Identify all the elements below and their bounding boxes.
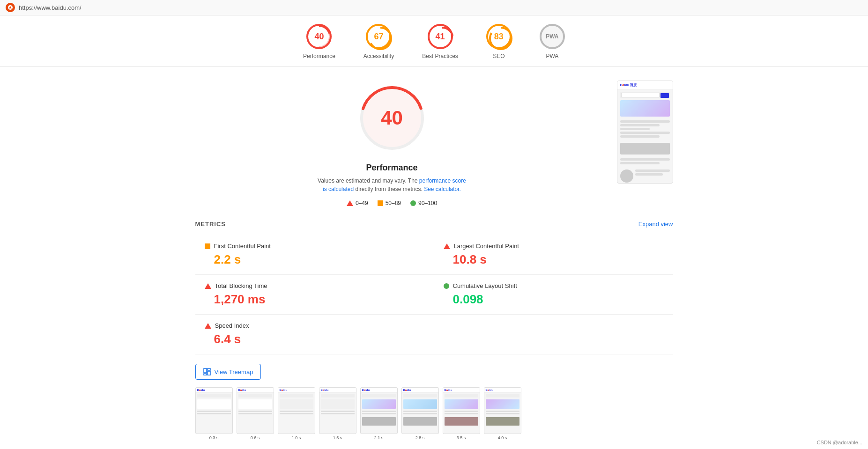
thumb-5: Baidu 2.8 s [401,387,439,440]
metric-fcp: First Contentful Paint 2.2 s [195,235,434,275]
thumb-0: Baidu 0.3 s [195,387,233,440]
screenshot-area: Baidu 百度 ⋯ [617,81,673,184]
tbt-value: 1,270 ms [205,292,424,307]
fcp-name: First Contentful Paint [214,243,271,250]
thumb-3: Baidu 1.5 s [319,387,356,440]
score-bar: 40 Performance 67 Accessibility 41 Best … [0,15,868,66]
svg-rect-13 [204,374,207,375]
tbt-name: Total Blocking Time [215,282,267,289]
legend-red-icon [347,200,353,206]
svg-rect-11 [208,368,210,370]
cls-name: Cumulative Layout Shift [453,282,517,289]
legend-green: 90–100 [410,200,437,206]
footer-note: CSDN @adorable... [817,440,862,445]
si-name: Speed Index [215,322,249,329]
lcp-icon [444,243,450,249]
expand-view-button[interactable]: Expand view [638,221,673,228]
cls-value: 0.098 [444,292,664,307]
thumbnails-strip: Baidu 0.3 s Baidu 0.6 s [195,387,673,444]
pwa-label: PWA [546,53,558,59]
main-content: 40 Performance Values are estimated and … [177,66,692,449]
gauge-container: 40 [355,81,430,155]
metric-cls: Cumulative Layout Shift 0.098 [434,275,673,315]
svg-rect-10 [204,368,207,373]
legend: 0–49 50–89 90–100 [347,200,437,206]
metrics-title: METRICS [195,221,226,228]
score-accessibility[interactable]: 67 Accessibility [364,24,394,59]
treemap-section: View Treemap [195,364,673,387]
score-best-practices[interactable]: 41 Best Practices [422,24,458,59]
content-lines-2 [617,156,673,168]
score-seo[interactable]: 83 SEO [486,24,512,59]
cls-icon [444,283,449,289]
calculator-link[interactable]: See calculator. [424,186,461,192]
treemap-icon [203,368,211,375]
svg-rect-12 [208,371,210,375]
metric-tbt: Total Blocking Time 1,270 ms [195,275,434,315]
performance-section: 40 Performance Values are estimated and … [195,81,673,206]
best-practices-label: Best Practices [422,53,458,59]
metrics-header: METRICS Expand view [195,221,673,228]
banner-mock [620,100,670,117]
pwa-circle: PWA [540,24,565,49]
fcp-icon [205,243,210,249]
lcp-value: 10.8 s [444,252,664,267]
legend-red: 0–49 [347,200,368,206]
thumb-7: Baidu 4.0 s [484,387,521,440]
performance-label: Performance [303,53,335,59]
thumb-2: Baidu 1.0 s [278,387,315,440]
metrics-grid: First Contentful Paint 2.2 s Largest Con… [195,235,673,354]
performance-title: Performance [366,163,417,173]
metric-lcp: Largest Contentful Paint 10.8 s [434,235,673,275]
si-value: 6.4 s [205,332,424,346]
gauge-area: 40 Performance Values are estimated and … [195,81,589,206]
treemap-button[interactable]: View Treemap [195,364,261,380]
screenshot-mock: Baidu 百度 ⋯ [617,81,673,184]
lcp-name: Largest Contentful Paint [454,243,519,250]
legend-orange-icon [378,200,383,206]
gauge-number: 40 [381,107,403,129]
img-mock-1 [620,143,670,155]
performance-desc: Values are estimated and may vary. The p… [317,177,467,193]
thumb-1: Baidu 0.6 s [237,387,274,440]
metric-empty [434,315,673,354]
legend-green-icon [410,200,416,206]
accessibility-label: Accessibility [364,53,394,59]
url-display: https://www.baidu.com/ [19,4,82,11]
accessibility-circle: 67 [366,24,391,49]
content-lines [617,118,673,141]
score-performance[interactable]: 40 Performance [303,24,335,59]
si-icon [205,323,211,329]
score-pwa[interactable]: PWA PWA [540,24,565,59]
thumb-6: Baidu 3.5 s [443,387,480,440]
thumb-4: Baidu 2.1 s [360,387,398,440]
top-bar: https://www.baidu.com/ [0,0,868,15]
best-practices-circle: 41 [428,24,453,49]
tbt-icon [205,283,211,289]
fcp-value: 2.2 s [205,252,424,267]
search-bar-mock [620,92,670,98]
performance-circle: 40 [306,24,332,49]
seo-label: SEO [493,53,504,59]
favicon [6,3,15,12]
metric-si: Speed Index 6.4 s [195,315,434,354]
legend-orange: 50–89 [378,200,401,206]
screenshot-header: Baidu 百度 ⋯ [617,81,673,90]
seo-circle: 83 [486,24,512,49]
